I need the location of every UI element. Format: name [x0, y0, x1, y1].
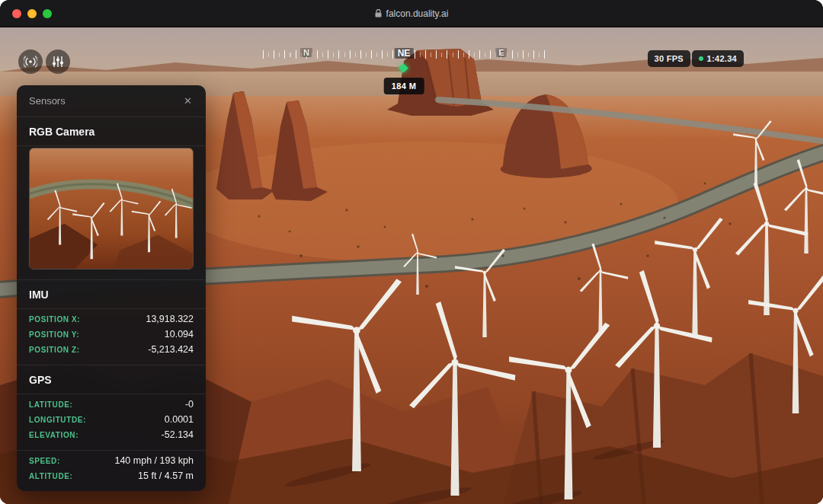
telemetry-value: -0	[185, 399, 194, 410]
sensors-icon	[24, 55, 37, 69]
section-title-gps: GPS	[17, 365, 206, 394]
telemetry-row: POSITION X: 13,918.322	[29, 311, 194, 327]
telemetry-label: POSITION X:	[29, 315, 80, 324]
telemetry-label: POSITION Y:	[29, 330, 79, 339]
telemetry-row: ELEVATION: -52.134	[29, 427, 194, 442]
telemetry-label: SPEED:	[29, 457, 60, 465]
telemetry-value: 0.0001	[165, 414, 194, 425]
fps-badge: 30 FPS	[648, 50, 691, 67]
telemetry-value: 10.094	[165, 329, 194, 340]
telemetry-label: ELEVATION:	[29, 431, 78, 439]
zoom-window-button[interactable]	[43, 9, 52, 18]
url-text: falcon.duality.ai	[386, 8, 449, 19]
compass-label-heading: NE	[395, 48, 414, 59]
window-controls	[12, 0, 52, 27]
panel-title: Sensors	[29, 95, 66, 107]
minimize-window-button[interactable]	[27, 9, 37, 18]
telemetry-label: LATITUDE:	[29, 400, 72, 409]
timer-text: 1:42.34	[707, 54, 737, 63]
telemetry-value: 15 ft / 4.57 m	[138, 471, 194, 481]
motion-rows: SPEED: 140 mph / 193 kph ALTITUDE: 15 ft…	[17, 451, 206, 491]
telemetry-row: LATITUDE: -0	[29, 397, 194, 412]
viewport[interactable]: N NE E 184 M 30 FPS 1:42.34 Sensors ✕ RG…	[0, 27, 823, 504]
lock-icon	[375, 9, 382, 18]
rgb-camera-image	[30, 148, 193, 269]
sliders-icon	[52, 56, 64, 68]
telemetry-row: SPEED: 140 mph / 193 kph	[29, 453, 194, 468]
compass-strip: N NE E	[263, 49, 546, 61]
telemetry-label: POSITION Z:	[29, 346, 80, 354]
compass-label-e: E	[495, 48, 507, 57]
telemetry-row: POSITION Y: 10.094	[29, 327, 194, 342]
telemetry-value: 140 mph / 193 kph	[114, 455, 194, 466]
imu-rows: POSITION X: 13,918.322 POSITION Y: 10.09…	[17, 309, 206, 365]
settings-sliders-button[interactable]	[46, 49, 70, 74]
telemetry-value: -52.134	[162, 429, 194, 440]
browser-titlebar: falcon.duality.ai	[0, 0, 823, 27]
telemetry-value: 13,918.322	[146, 314, 194, 324]
rgb-camera-block	[17, 146, 206, 279]
rgb-camera-preview	[29, 148, 194, 270]
fps-text: 30 FPS	[655, 54, 684, 63]
telemetry-row: ALTITUDE: 15 ft / 4.57 m	[29, 468, 194, 483]
telemetry-label: ALTITUDE:	[29, 472, 72, 480]
altitude-marker-badge: 184 M	[384, 78, 424, 94]
sensors-panel: Sensors ✕ RGB Camera	[17, 85, 206, 491]
sensors-toggle-button[interactable]	[18, 49, 43, 74]
address-bar[interactable]: falcon.duality.ai	[375, 8, 449, 19]
close-window-button[interactable]	[12, 9, 21, 18]
browser-window: falcon.duality.ai	[0, 0, 823, 504]
recording-dot-icon	[699, 56, 703, 61]
section-title-imu: IMU	[17, 280, 206, 308]
close-icon[interactable]: ✕	[182, 94, 194, 107]
telemetry-value: -5,213.424	[148, 344, 194, 355]
sensors-panel-header: Sensors ✕	[17, 85, 206, 116]
telemetry-row: LONGITUTDE: 0.0001	[29, 412, 194, 427]
gps-rows: LATITUDE: -0 LONGITUTDE: 0.0001 ELEVATIO…	[17, 394, 206, 450]
telemetry-row: POSITION Z: -5,213.424	[29, 342, 194, 357]
telemetry-label: LONGITUTDE:	[29, 416, 86, 424]
timer-badge: 1:42.34	[692, 50, 744, 67]
compass-label-n: N	[300, 48, 312, 57]
section-title-rgb-camera: RGB Camera	[17, 117, 206, 145]
